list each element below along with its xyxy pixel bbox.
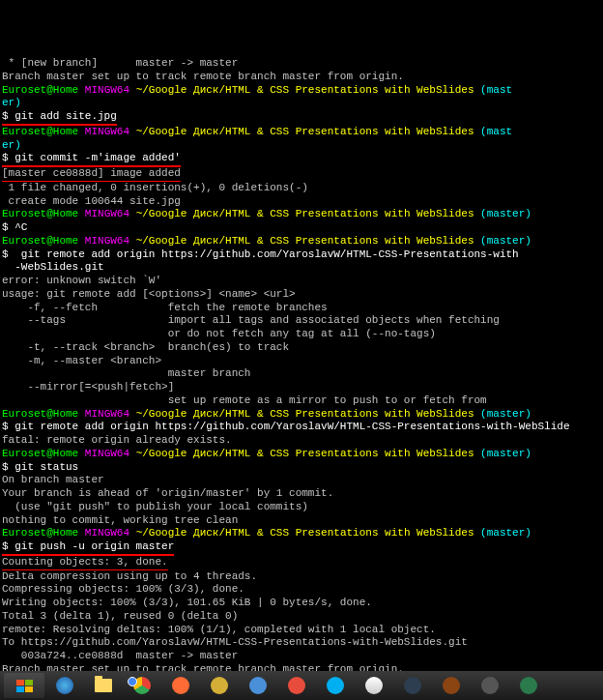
terminal-line: --mirror[=<push|fetch>]: [2, 381, 601, 394]
app-icon: [249, 677, 267, 694]
terminal-line: $ git remote add origin https://github.c…: [2, 421, 601, 434]
taskbar-item[interactable]: [162, 673, 199, 698]
terminal-line: $ git remote add origin https://github.c…: [2, 248, 601, 262]
terminal-text: (master): [480, 235, 531, 247]
terminal-text: -t, --track <branch> branch(es) to track: [2, 341, 289, 353]
terminal-line: $ ^C: [2, 221, 601, 235]
terminal-line: or do not fetch any tag at all (--no-tag…: [2, 328, 601, 341]
terminal-text: (mast: [480, 84, 512, 96]
terminal-text: Writing objects: 100% (3/3), 101.65 KiB …: [2, 597, 372, 608]
terminal-text: MINGW64: [85, 126, 136, 137]
terminal-text: $ git add site.jpg: [2, 110, 117, 126]
terminal-text: ~/Google Диск/HTML & CSS Presentations w…: [136, 527, 480, 539]
terminal-line: $ git status: [2, 461, 601, 475]
terminal-text: ~/Google Диск/HTML & CSS Presentations w…: [136, 235, 480, 247]
terminal-text: Branch master set up to track remote bra…: [2, 71, 404, 82]
terminal-line: Your branch is ahead of 'origin/master' …: [2, 487, 601, 501]
terminal-line: On branch master: [2, 474, 601, 487]
terminal-text: error: unknown switch `W': [2, 275, 161, 286]
terminal-text: $ git remote add origin https://github.c…: [2, 421, 570, 432]
terminal-text: Euroset@Home: [2, 408, 85, 420]
terminal-line: Euroset@Home MINGW64 ~/Google Диск/HTML …: [2, 126, 601, 139]
terminal-text: MINGW64: [85, 527, 136, 539]
terminal-text: ~/Google Диск/HTML & CSS Presentations w…: [136, 448, 480, 459]
ie-icon: [56, 677, 73, 694]
terminal-text: Euroset@Home: [2, 126, 85, 137]
terminal-line: er): [2, 139, 601, 153]
terminal-line: Counting objects: 3, done.: [2, 556, 601, 570]
terminal-text: Euroset@Home: [2, 527, 85, 539]
terminal-line: fatal: remote origin already exists.: [2, 434, 601, 448]
taskbar-item[interactable]: [472, 673, 508, 698]
terminal-text: ~/Google Диск/HTML & CSS Presentations w…: [136, 408, 480, 420]
terminal-text: $ git remote add origin https://github.c…: [2, 248, 519, 260]
terminal-line: To https://github.com/YaroslavW/HTML-CSS…: [2, 636, 601, 650]
terminal-text: (master): [480, 448, 531, 459]
terminal-text: (master): [480, 408, 531, 420]
terminal-line: create mode 100644 site.jpg: [2, 195, 601, 209]
taskbar-item-chrome[interactable]: [124, 673, 160, 698]
terminal-text: er): [2, 139, 21, 151]
taskbar-item[interactable]: [433, 673, 470, 698]
app-icon: [443, 677, 460, 694]
terminal-line: Euroset@Home MINGW64 ~/Google Диск/HTML …: [2, 527, 601, 540]
taskbar-item-explorer[interactable]: [85, 673, 122, 698]
terminal-line: Branch master set up to track remote bra…: [2, 71, 601, 84]
terminal-text: create mode 100644 site.jpg: [2, 195, 181, 207]
terminal-text: [master ce0888d] image added: [2, 167, 181, 182]
terminal-line: master branch: [2, 367, 601, 381]
terminal-text: Euroset@Home: [2, 235, 85, 247]
terminal-line: $ git add site.jpg: [2, 110, 601, 126]
terminal-line: Euroset@Home MINGW64 ~/Google Диск/HTML …: [2, 235, 601, 248]
taskbar-item-ie[interactable]: [46, 673, 83, 698]
app-icon: [520, 677, 537, 694]
terminal-text: (master): [480, 527, 531, 539]
folder-icon: [95, 679, 112, 692]
terminal-text: Euroset@Home: [2, 84, 85, 96]
terminal-text: (master): [480, 208, 531, 219]
terminal-output[interactable]: * [new branch] master -> masterBranch ma…: [0, 53, 603, 700]
terminal-line: 003a724..ce0888d master -> master: [2, 650, 601, 663]
terminal-text: On branch master: [2, 474, 104, 485]
terminal-line: remote: Resolving deltas: 100% (1/1), co…: [2, 624, 601, 637]
taskbar-item-skype[interactable]: [317, 673, 354, 698]
app-icon: [172, 677, 189, 694]
terminal-text: Euroset@Home: [2, 448, 85, 459]
terminal-line: usage: git remote add [<options>] <name>…: [2, 288, 601, 302]
terminal-text: $ ^C: [2, 221, 27, 233]
terminal-text: ~/Google Диск/HTML & CSS Presentations w…: [136, 208, 480, 219]
terminal-text: -m, --master <branch>: [2, 355, 161, 366]
taskbar-item[interactable]: [201, 673, 238, 698]
terminal-text: * [new branch] master -> master: [2, 57, 238, 69]
terminal-text: or do not fetch any tag at all (--no-tag…: [2, 328, 436, 339]
terminal-text: Your branch is ahead of 'origin/master' …: [2, 487, 333, 499]
taskbar-item[interactable]: [240, 673, 276, 698]
terminal-text: 1 file changed, 0 insertions(+), 0 delet…: [2, 182, 308, 193]
terminal-line: nothing to commit, working tree clean: [2, 514, 601, 528]
terminal-text: MINGW64: [85, 448, 136, 459]
terminal-line: Compressing objects: 100% (3/3), done.: [2, 583, 601, 597]
start-button[interactable]: [4, 673, 44, 698]
terminal-line: -WebSlides.git: [2, 261, 601, 275]
terminal-text: master branch: [2, 367, 250, 379]
terminal-text: -f, --fetch fetch the remote branches: [2, 302, 328, 313]
app-icon: [404, 677, 421, 694]
terminal-line: Euroset@Home MINGW64 ~/Google Диск/HTML …: [2, 208, 601, 221]
terminal-text: $ git commit -m'image added': [2, 152, 181, 167]
taskbar-item[interactable]: [394, 673, 431, 698]
terminal-text: To https://github.com/YaroslavW/HTML-CSS…: [2, 636, 468, 648]
taskbar-item[interactable]: [278, 673, 315, 698]
terminal-line: --tags import all tags and associated ob…: [2, 314, 601, 328]
terminal-line: Euroset@Home MINGW64 ~/Google Диск/HTML …: [2, 84, 601, 98]
taskbar-item[interactable]: [356, 673, 392, 698]
taskbar-item[interactable]: [510, 673, 547, 698]
terminal-text: $ git status: [2, 461, 78, 473]
terminal-line: -t, --track <branch> branch(es) to track: [2, 341, 601, 355]
terminal-text: -WebSlides.git: [2, 261, 104, 273]
terminal-text: $ git push -u origin master: [2, 540, 174, 556]
terminal-text: --mirror[=<push|fetch>]: [2, 381, 174, 393]
app-icon: [365, 677, 383, 694]
terminal-text: ~/Google Диск/HTML & CSS Presentations w…: [136, 84, 480, 96]
terminal-line: [master ce0888d] image added: [2, 167, 601, 182]
terminal-text: remote: Resolving deltas: 100% (1/1), co…: [2, 624, 436, 635]
